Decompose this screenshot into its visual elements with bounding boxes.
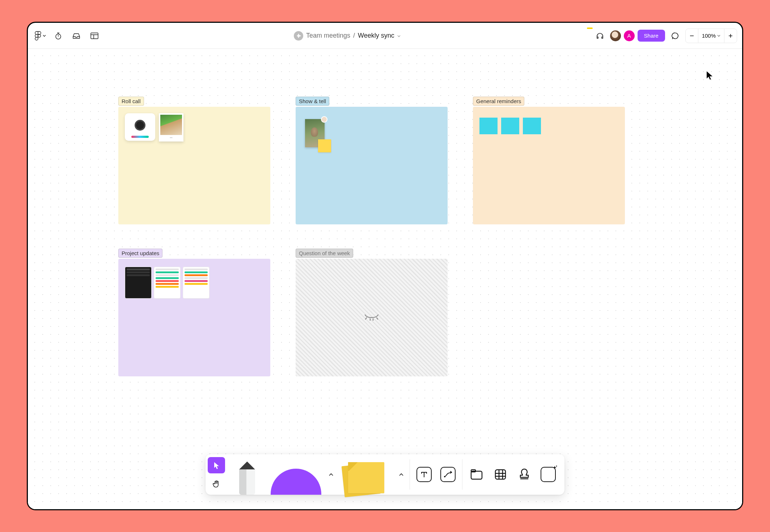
breadcrumb-team: Team meetings — [306, 32, 350, 39]
inbox-icon — [72, 32, 81, 39]
photo-card[interactable]: — — [159, 113, 183, 142]
presence-avatar-icon — [321, 116, 327, 123]
bottom-toolbar — [206, 454, 564, 495]
polaroid-graphic[interactable] — [125, 113, 155, 141]
section-label[interactable]: Roll call — [118, 97, 144, 106]
layout-icon — [90, 33, 98, 39]
pencil-tool[interactable] — [227, 454, 267, 495]
svg-rect-5 — [471, 471, 482, 479]
sticky-stack-icon — [344, 461, 388, 495]
section-label[interactable]: Project updates — [118, 249, 162, 258]
widgets-icon — [541, 467, 556, 482]
section-label[interactable]: Show & tell — [296, 97, 329, 106]
chevron-down-icon — [43, 35, 46, 37]
breadcrumb-separator: / — [353, 32, 355, 39]
connector-icon — [440, 467, 456, 482]
stamp-icon — [517, 467, 532, 482]
text-tool[interactable] — [412, 454, 436, 495]
list-preview-card[interactable] — [183, 267, 210, 299]
shape-tool[interactable] — [267, 454, 325, 495]
select-tool-group — [206, 454, 227, 495]
breadcrumb[interactable]: Team meetings / Weekly sync — [105, 31, 589, 41]
text-icon — [416, 467, 432, 482]
headphones-icon — [596, 32, 604, 40]
table-tool[interactable] — [488, 454, 512, 495]
chevron-down-icon — [717, 35, 720, 37]
figma-menu-button[interactable] — [33, 29, 47, 43]
user-avatar[interactable]: A — [624, 30, 635, 41]
svg-rect-2 — [91, 33, 98, 39]
zoom-value: 100% — [702, 33, 716, 39]
sticky-note[interactable] — [318, 139, 331, 152]
chevron-down-icon — [397, 33, 401, 38]
list-previews — [125, 267, 210, 299]
sticky-note-tool[interactable] — [337, 454, 395, 495]
svg-rect-7 — [495, 470, 505, 479]
app-frame: Team meetings / Weekly sync A Share — [27, 22, 743, 510]
audio-chat-button[interactable] — [593, 29, 607, 43]
sticky-note[interactable] — [523, 118, 541, 134]
section-show-and-tell[interactable]: Show & tell — [296, 107, 448, 224]
section-general-reminders[interactable]: General reminders — [473, 107, 625, 224]
zoom-out-button[interactable] — [686, 29, 698, 43]
top-bar-left — [33, 29, 102, 43]
avatar-letter: A — [627, 33, 631, 39]
comments-button[interactable] — [668, 29, 682, 43]
section-tool[interactable] — [465, 454, 488, 495]
sticky-note[interactable] — [479, 118, 498, 134]
cursor-icon — [706, 71, 713, 80]
chevron-up-icon — [329, 473, 333, 476]
section-project-updates[interactable]: Project updates — [118, 259, 270, 376]
comment-icon — [671, 32, 679, 40]
minus-icon — [689, 33, 694, 38]
zoom-value-dropdown[interactable]: 100% — [698, 29, 724, 43]
list-preview-card[interactable] — [154, 267, 181, 299]
list-preview-card[interactable] — [125, 267, 152, 299]
sticky-note[interactable] — [501, 118, 519, 134]
zoom-control: 100% — [685, 29, 737, 43]
move-tool[interactable] — [208, 457, 225, 473]
shape-circle-icon — [271, 469, 321, 495]
voting-tool[interactable] — [69, 29, 84, 43]
connector-tool[interactable] — [436, 454, 460, 495]
timer-tool[interactable] — [51, 29, 65, 43]
figma-logo-icon — [35, 31, 41, 41]
team-avatar-icon — [294, 31, 303, 41]
plus-icon — [728, 33, 733, 38]
sticky-row — [479, 118, 541, 134]
section-roll-call[interactable]: Roll call — — [118, 107, 270, 224]
timer-icon — [54, 32, 62, 40]
section-label[interactable]: General reminders — [473, 97, 524, 106]
breadcrumb-file: Weekly sync — [358, 32, 394, 39]
layout-tool[interactable] — [87, 29, 102, 43]
chevron-up-icon — [399, 473, 403, 476]
top-bar-right: A Share 100% — [593, 29, 737, 43]
widgets-tool[interactable] — [536, 454, 560, 495]
pencil-icon — [239, 461, 255, 495]
top-bar: Team meetings / Weekly sync A Share — [28, 23, 742, 49]
share-button[interactable]: Share — [638, 30, 665, 42]
svg-point-8 — [556, 466, 557, 467]
section-label[interactable]: Question of the week — [296, 249, 353, 258]
share-button-label: Share — [644, 33, 659, 39]
stamp-tool[interactable] — [512, 454, 536, 495]
canvas[interactable]: Roll call — Show & tell General reminder… — [28, 49, 742, 509]
zoom-in-button[interactable] — [724, 29, 737, 43]
section-icon — [469, 467, 484, 482]
toolbar-divider — [410, 459, 410, 490]
hand-tool[interactable] — [208, 476, 225, 492]
hidden-icon — [364, 313, 380, 322]
hand-icon — [212, 480, 220, 488]
table-icon — [493, 467, 508, 482]
sticky-note-tool-more[interactable] — [395, 454, 407, 495]
toolbar-divider — [462, 459, 462, 490]
section-question-of-the-week[interactable]: Question of the week — [296, 259, 448, 376]
shape-tool-more[interactable] — [325, 454, 337, 495]
collaborator-avatar[interactable] — [610, 30, 621, 41]
pointer-icon — [213, 461, 220, 469]
